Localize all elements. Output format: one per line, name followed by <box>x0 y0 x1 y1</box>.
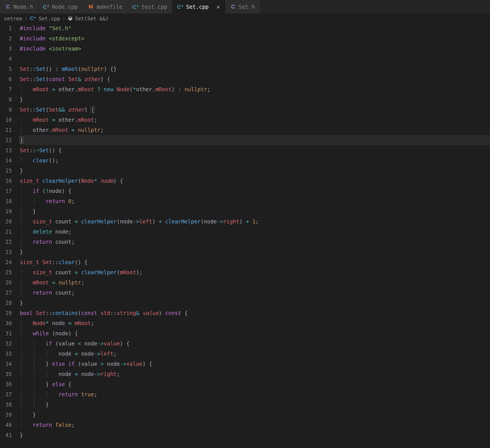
breadcrumb-symbol[interactable]: Set(Set &&) <box>75 16 109 21</box>
tab-bar: CNode.hC⁺Node.cppMmakefileC⁺test.cppC⁺Se… <box>0 0 490 14</box>
line-number: 17 <box>0 186 12 196</box>
symbol-method-icon <box>68 16 73 21</box>
cpp-file-icon: C⁺ <box>178 4 183 10</box>
line-number: 36 <box>0 379 12 389</box>
code-line[interactable]: } <box>20 430 490 440</box>
line-number: 21 <box>0 227 12 237</box>
code-line[interactable]: │ │ │ node = node->right; <box>20 369 490 379</box>
code-line[interactable]: #include <stdexcept> <box>20 33 490 44</box>
code-line[interactable]: size_t Set::clear() { <box>20 257 490 267</box>
code-editor[interactable]: 1234567891011121314151617181920212223242… <box>0 23 490 440</box>
line-number: 10 <box>0 115 12 125</box>
line-number: 2 <box>0 33 12 44</box>
code-line[interactable]: } <box>20 247 490 257</box>
tab-label: Set.h <box>239 4 255 10</box>
code-line[interactable]: │ mRoot = other.mRoot ? new Node(*other.… <box>20 84 490 94</box>
code-area[interactable]: #include "Set.h"#include <stdexcept>#inc… <box>20 23 490 440</box>
code-line[interactable]: #include <iostream> <box>20 44 490 54</box>
code-line[interactable]: │ while (node) { <box>20 328 490 338</box>
c-header-icon: C <box>230 4 236 10</box>
tab-label: Set.cpp <box>186 4 209 10</box>
code-line[interactable]: Set::Set(Set&& other) { <box>20 105 490 115</box>
close-tab-icon[interactable]: ✕ <box>216 4 220 10</box>
line-number: 9 <box>0 105 12 115</box>
breadcrumb-sep-icon: › <box>25 16 28 21</box>
code-line[interactable]: Set::Set(const Set& other) { <box>20 74 490 84</box>
line-number: 3 <box>0 44 12 54</box>
cpp-file-icon: C⁺ <box>43 4 49 10</box>
code-line[interactable]: } <box>20 94 490 105</box>
line-number: 28 <box>0 298 12 308</box>
code-line[interactable]: │ other.mRoot = nullptr; <box>20 125 490 135</box>
code-line[interactable]: │ │ │ return true; <box>20 389 490 399</box>
code-line[interactable]: │ │ return 0; <box>20 196 490 206</box>
code-line[interactable]: │ return count; <box>20 288 490 298</box>
line-number: 13 <box>0 145 12 155</box>
line-number: 34 <box>0 359 12 369</box>
code-line[interactable]: #include "Set.h" <box>20 23 490 33</box>
line-number: 38 <box>0 399 12 410</box>
code-line[interactable]: Set::Set() : mRoot(nullptr) {} <box>20 64 490 74</box>
tab-label: test.cpp <box>141 4 167 10</box>
code-line[interactable]: } <box>20 166 490 176</box>
code-line[interactable]: │ delete node; <box>20 227 490 237</box>
line-number: 5 <box>0 64 12 74</box>
line-number: 31 <box>0 328 12 338</box>
code-line[interactable]: │ } <box>20 206 490 216</box>
code-line[interactable]: │ return false; <box>20 420 490 430</box>
code-line[interactable]: │ │ } else { <box>20 379 490 389</box>
tab-makefile[interactable]: Mmakefile <box>83 0 128 14</box>
line-number: 19 <box>0 206 12 216</box>
code-line[interactable]: │ │ } <box>20 399 490 410</box>
line-number: 32 <box>0 338 12 349</box>
line-number: 15 <box>0 166 12 176</box>
code-line[interactable]: Set::~Set() { <box>20 145 490 155</box>
code-line[interactable]: } <box>20 135 490 145</box>
code-line[interactable]: │ Node* node = mRoot; <box>20 318 490 328</box>
tab-set-h[interactable]: CSet.h <box>225 0 260 14</box>
breadcrumb: setree › C⁺ Set.cpp › Set(Set &&) <box>0 14 490 23</box>
code-line[interactable]: │ clear(); <box>20 155 490 166</box>
code-line[interactable]: │ mRoot = other.mRoot; <box>20 115 490 125</box>
code-line[interactable]: │ size_t count = clearHelper(node->left)… <box>20 216 490 227</box>
line-number: 35 <box>0 369 12 379</box>
tab-test-cpp[interactable]: C⁺test.cpp <box>128 0 173 14</box>
line-number: 14 <box>0 155 12 166</box>
line-number-gutter: 1234567891011121314151617181920212223242… <box>0 23 20 440</box>
code-line[interactable]: │ size_t count = clearHelper(mRoot); <box>20 267 490 277</box>
cpp-file-icon: C⁺ <box>133 4 139 10</box>
line-number: 18 <box>0 196 12 206</box>
code-line[interactable]: │ if (!node) { <box>20 186 490 196</box>
tab-node-h[interactable]: CNode.h <box>0 0 38 14</box>
cpp-file-icon: C⁺ <box>30 15 36 21</box>
code-line[interactable]: bool Set::contains(const std::string& va… <box>20 308 490 318</box>
c-header-icon: C <box>5 4 11 10</box>
line-number: 33 <box>0 349 12 359</box>
line-number: 1 <box>0 23 12 33</box>
code-line[interactable]: │ │ if (value < node->value) { <box>20 338 490 349</box>
code-line[interactable]: │ │ } else if (value > node->value) { <box>20 359 490 369</box>
code-line[interactable] <box>20 54 490 64</box>
line-number: 22 <box>0 237 12 247</box>
code-line[interactable]: size_t clearHelper(Node* node) { <box>20 176 490 186</box>
breadcrumb-sep-icon: › <box>62 16 65 21</box>
line-number: 20 <box>0 216 12 227</box>
line-number: 11 <box>0 125 12 135</box>
line-number: 25 <box>0 267 12 277</box>
tab-set-cpp[interactable]: C⁺Set.cpp✕ <box>172 0 225 14</box>
code-line[interactable]: } <box>20 298 490 308</box>
code-line[interactable]: │ mRoot = nullptr; <box>20 277 490 288</box>
code-line[interactable]: │ │ │ node = node->left; <box>20 349 490 359</box>
line-number: 23 <box>0 247 12 257</box>
line-number: 4 <box>0 54 12 64</box>
tab-label: Node.cpp <box>52 4 78 10</box>
tab-label: makefile <box>97 4 123 10</box>
line-number: 16 <box>0 176 12 186</box>
line-number: 39 <box>0 410 12 420</box>
code-line[interactable]: │ } <box>20 410 490 420</box>
code-line[interactable]: │ return count; <box>20 237 490 247</box>
line-number: 26 <box>0 277 12 288</box>
tab-node-cpp[interactable]: C⁺Node.cpp <box>38 0 83 14</box>
breadcrumb-folder[interactable]: setree <box>4 16 22 21</box>
breadcrumb-file[interactable]: Set.cpp <box>39 16 60 21</box>
